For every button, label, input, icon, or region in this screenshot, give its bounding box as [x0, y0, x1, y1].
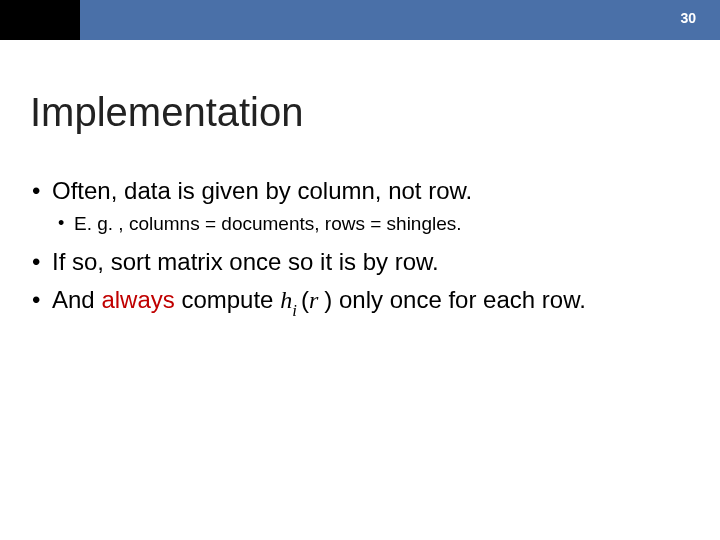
bullet-text: Often, data is given by column, not row.	[52, 177, 472, 204]
bullet-text-prefix: And	[52, 286, 101, 313]
bullet-text: If so, sort matrix once so it is by row.	[52, 248, 439, 275]
slide-title: Implementation	[30, 90, 690, 135]
bullet-item: Often, data is given by column, not row.…	[30, 175, 690, 238]
bullet-item: And always compute hi (r ) only once for…	[30, 284, 690, 320]
math-r: r	[309, 287, 324, 313]
page-number: 30	[680, 10, 696, 26]
header-bar: 30	[0, 0, 720, 40]
bullet-text-suffix: only once for each row.	[332, 286, 585, 313]
math-subscript-i: i	[292, 301, 301, 320]
header-accent	[80, 0, 720, 40]
bullet-text-mid: compute	[175, 286, 280, 313]
paren-open: (	[301, 286, 309, 313]
bullet-item: If so, sort matrix once so it is by row.	[30, 246, 690, 278]
bullet-list: Often, data is given by column, not row.…	[30, 175, 690, 321]
slide-content: Implementation Often, data is given by c…	[0, 40, 720, 321]
sub-bullet-text: E. g. , columns = documents, rows = shin…	[74, 213, 462, 234]
sub-bullet-list: E. g. , columns = documents, rows = shin…	[52, 211, 690, 238]
emphasis-always: always	[101, 286, 174, 313]
math-h: h	[280, 287, 292, 313]
sub-bullet-item: E. g. , columns = documents, rows = shin…	[52, 211, 690, 238]
